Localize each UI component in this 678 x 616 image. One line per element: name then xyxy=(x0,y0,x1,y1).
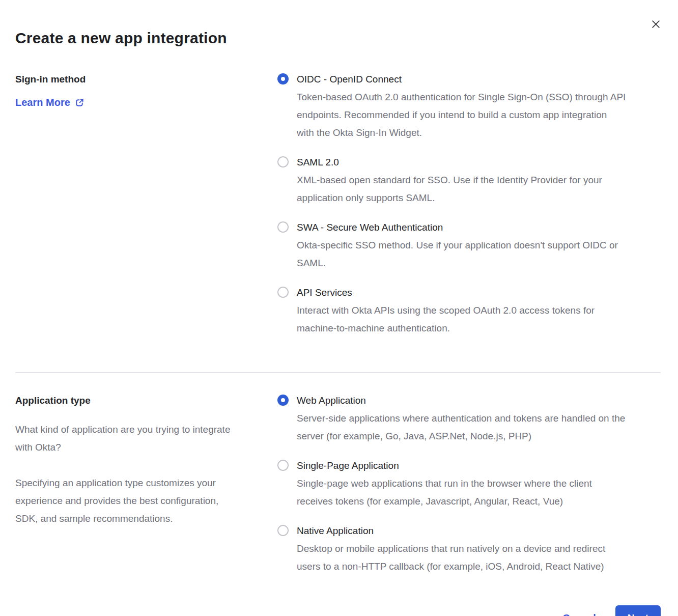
cancel-button[interactable]: Cancel xyxy=(562,612,596,616)
learn-more-label: Learn More xyxy=(15,96,70,108)
radio-option-web-application[interactable]: Web Application Server-side applications… xyxy=(277,391,661,445)
radio-option-swa-secure-web-authentication[interactable]: SWA - Secure Web Authentication Okta-spe… xyxy=(277,218,661,272)
signin-method-options: OIDC - OpenID Connect Token-based OAuth … xyxy=(277,70,661,349)
application-type-section: Application type What kind of applicatio… xyxy=(15,391,661,587)
radio-option-description: XML-based open standard for SSO. Use if … xyxy=(297,171,602,207)
close-icon xyxy=(651,23,661,31)
application-type-label: Application type xyxy=(15,391,277,409)
radio-option-oidc-openid-connect[interactable]: OIDC - OpenID Connect Token-based OAuth … xyxy=(277,70,661,142)
radio-option-label: SAML 2.0 xyxy=(297,153,602,171)
radio-option-single-page-application[interactable]: Single-Page Application Single-page web … xyxy=(277,457,661,510)
radio-option-api-services[interactable]: API Services Interact with Okta APIs usi… xyxy=(277,284,661,337)
radio-option-description: Interact with Okta APIs using the scoped… xyxy=(297,301,595,337)
radio-option-label: API Services xyxy=(297,284,595,301)
application-type-left-column: Application type What kind of applicatio… xyxy=(15,391,277,587)
signin-method-left-column: Sign-in method Learn More xyxy=(15,70,277,349)
radio-option-label: Native Application xyxy=(297,522,605,540)
radio-icon[interactable] xyxy=(277,525,289,536)
radio-option-label: Web Application xyxy=(297,391,625,409)
application-type-options: Web Application Server-side applications… xyxy=(277,391,661,587)
radio-icon[interactable] xyxy=(277,73,289,85)
radio-icon[interactable] xyxy=(277,287,289,298)
radio-icon[interactable] xyxy=(277,460,289,471)
radio-option-label: Single-Page Application xyxy=(297,457,592,474)
next-button[interactable]: Next xyxy=(615,605,661,616)
learn-more-link[interactable]: Learn More xyxy=(15,96,84,108)
external-link-icon xyxy=(75,98,84,107)
radio-option-description: Server-side applications where authentic… xyxy=(297,409,625,445)
application-type-question: What kind of application are you trying … xyxy=(15,421,277,456)
signin-method-label: Sign-in method xyxy=(15,70,277,88)
radio-option-native-application[interactable]: Native Application Desktop or mobile app… xyxy=(277,522,661,575)
dialog-title: Create a new app integration xyxy=(15,29,661,48)
radio-icon[interactable] xyxy=(277,156,289,167)
application-type-explanation: Specifying an application type customize… xyxy=(15,474,277,527)
radio-option-description: Desktop or mobile applications that run … xyxy=(297,540,605,575)
radio-option-description: Okta-specific SSO method. Use if your ap… xyxy=(297,236,618,272)
radio-icon[interactable] xyxy=(277,221,289,233)
radio-option-label: SWA - Secure Web Authentication xyxy=(297,218,618,236)
radio-option-label: OIDC - OpenID Connect xyxy=(297,70,626,88)
radio-option-saml-2-0[interactable]: SAML 2.0 XML-based open standard for SSO… xyxy=(277,153,661,207)
radio-icon[interactable] xyxy=(277,395,289,406)
radio-option-description: Single-page web applications that run in… xyxy=(297,474,592,510)
dialog-footer: Cancel Next xyxy=(15,605,661,616)
create-app-integration-dialog: Create a new app integration Sign-in met… xyxy=(0,0,678,616)
signin-method-section: Sign-in method Learn More OIDC - OpenID … xyxy=(15,70,661,349)
radio-option-description: Token-based OAuth 2.0 authentication for… xyxy=(297,88,626,142)
section-divider xyxy=(15,372,661,373)
close-button[interactable] xyxy=(649,17,663,31)
